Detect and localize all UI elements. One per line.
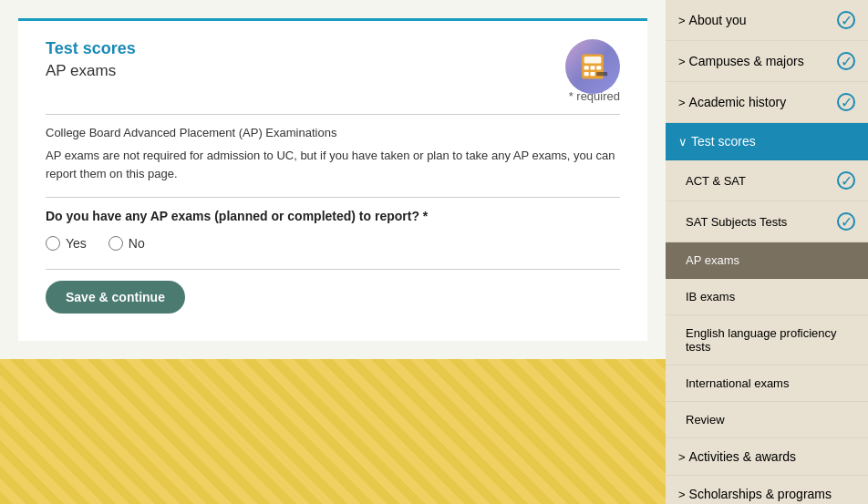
subsection-title: AP exams	[46, 62, 620, 80]
svg-rect-7	[596, 72, 607, 76]
check-icon: ✓	[837, 171, 855, 190]
chevron-icon: >	[678, 14, 686, 27]
radio-yes-label: Yes	[66, 236, 87, 251]
check-icon: ✓	[837, 11, 855, 29]
sidebar-label: About you	[689, 13, 837, 27]
section-title: Test scores	[46, 39, 620, 58]
required-note: * required	[46, 89, 620, 103]
check-icon: ✓	[837, 52, 855, 70]
title-row: Test scores AP exams	[46, 39, 620, 89]
chevron-icon: >	[678, 55, 686, 68]
sidebar-label: Campuses & majors	[689, 54, 837, 68]
svg-rect-3	[590, 66, 594, 69]
sidebar-label: International exams	[686, 376, 855, 390]
sidebar-label: IB exams	[686, 290, 855, 303]
svg-rect-1	[584, 57, 602, 64]
sidebar-item-activities-&-awards[interactable]: > Activities & awards	[666, 438, 868, 476]
question-label: Do you have any AP exams (planned or com…	[46, 209, 620, 223]
radio-no-input[interactable]	[108, 236, 123, 251]
sidebar-label: Activities & awards	[689, 449, 855, 464]
sidebar-label: Scholarships & programs	[689, 487, 855, 501]
sidebar-item-test-scores[interactable]: ∨ Test scores	[666, 123, 868, 160]
form-container: Test scores AP exams * required Coll	[18, 18, 647, 341]
sidebar-label: Review	[686, 413, 855, 427]
chevron-icon: >	[678, 450, 686, 464]
sidebar-label: ACT & SAT	[686, 174, 837, 188]
sidebar-label: SAT Subjects Tests	[686, 215, 837, 229]
yellow-area	[0, 359, 666, 504]
sidebar-item-act-&-sat[interactable]: ACT & SAT ✓	[666, 160, 868, 201]
description-label: College Board Advanced Placement (AP) Ex…	[46, 126, 620, 139]
description-text: AP exams are not required for admission …	[46, 147, 620, 182]
radio-no-option[interactable]: No	[108, 236, 145, 251]
sidebar-item-ib-exams[interactable]: IB exams	[666, 279, 868, 315]
divider-bottom	[46, 269, 620, 270]
svg-rect-2	[584, 66, 589, 69]
divider-top	[46, 114, 620, 115]
chevron-icon: ∨	[678, 135, 687, 149]
sidebar-item-about-you[interactable]: > About you ✓	[666, 0, 868, 41]
divider-mid	[46, 197, 620, 198]
sidebar-label: Test scores	[691, 134, 855, 149]
sidebar-item-english-language-proficiency-tests[interactable]: English language proficiency tests	[666, 315, 868, 365]
sidebar: > About you ✓ > Campuses & majors ✓ > Ac…	[666, 0, 868, 504]
svg-rect-5	[584, 72, 589, 76]
radio-no-label: No	[129, 236, 145, 251]
svg-rect-6	[590, 72, 594, 76]
sidebar-item-sat-subjects-tests[interactable]: SAT Subjects Tests ✓	[666, 201, 868, 242]
sidebar-label: English language proficiency tests	[686, 326, 855, 354]
title-left: Test scores AP exams	[46, 39, 620, 89]
svg-rect-4	[596, 66, 601, 69]
check-icon: ✓	[837, 212, 855, 231]
radio-group: Yes No	[46, 236, 620, 251]
sidebar-item-review[interactable]: Review	[666, 402, 868, 438]
sidebar-item-international-exams[interactable]: International exams	[666, 365, 868, 402]
ap-exam-icon	[565, 39, 620, 94]
sidebar-item-scholarships-&-programs[interactable]: > Scholarships & programs	[666, 476, 868, 504]
sidebar-item-academic-history[interactable]: > Academic history ✓	[666, 82, 868, 123]
sidebar-item-campuses-&-majors[interactable]: > Campuses & majors ✓	[666, 41, 868, 82]
sidebar-item-ap-exams[interactable]: AP exams	[666, 242, 868, 279]
chevron-icon: >	[678, 96, 686, 109]
main-content: Test scores AP exams * required Coll	[0, 0, 666, 504]
radio-yes-input[interactable]	[46, 236, 60, 251]
check-icon: ✓	[837, 93, 855, 111]
save-continue-button[interactable]: Save & continue	[46, 281, 185, 314]
sidebar-label: AP exams	[686, 253, 855, 267]
chevron-icon: >	[678, 488, 686, 501]
radio-yes-option[interactable]: Yes	[46, 236, 87, 251]
sidebar-label: Academic history	[689, 95, 837, 109]
